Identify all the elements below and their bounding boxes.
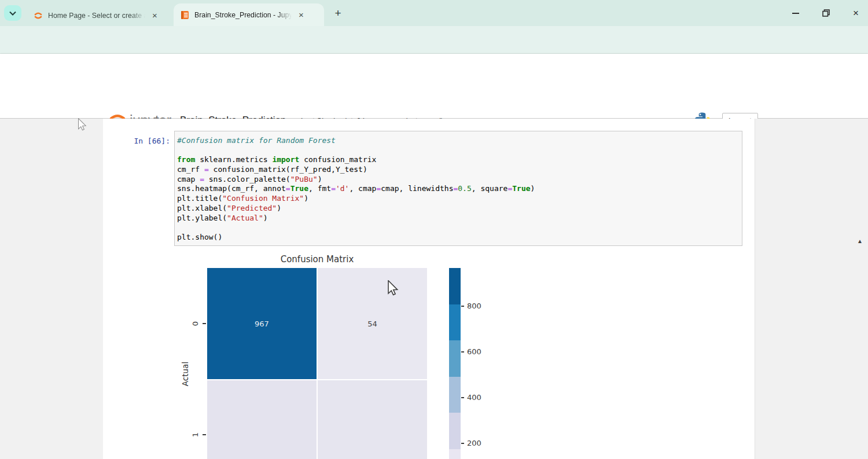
tab-title: Home Page - Select or create a — [48, 12, 145, 20]
code-editor[interactable]: #Confusion matrix for Random Forest from… — [177, 136, 740, 243]
colorbar-tick-label-200: 200 — [467, 439, 481, 447]
browser-tab-strip: Home Page - Select or create a × Brain_S… — [0, 0, 868, 26]
tab-title: Brain_Stroke_Prediction - Jupyte — [194, 11, 292, 19]
tab-notebook[interactable]: Brain_Stroke_Prediction - Jupyte × — [174, 3, 324, 26]
notebook-container: In [66]: #Confusion matrix for Random Fo… — [103, 119, 755, 459]
jupyter-rings-icon — [34, 11, 43, 20]
heatmap-cell-0-1: 54 — [318, 268, 427, 379]
browser-toolbar: ← → localhost:8888/notebooks/Brain_Strok… — [0, 26, 868, 54]
heatmap-cell-0-0: 967 — [207, 268, 317, 379]
mouse-cursor-secondary — [77, 118, 87, 131]
ytick-label-1: 1 — [191, 430, 200, 439]
code-line-6: plt.title("Confusion Matrix") — [177, 194, 740, 204]
colorbar-tick-mark — [461, 397, 464, 398]
tab-search-button[interactable] — [4, 5, 21, 21]
code-line-1 — [177, 146, 740, 156]
heatmap: 96754 — [207, 268, 427, 459]
colorbar-segment-2 — [449, 340, 461, 377]
colorbar — [449, 268, 461, 459]
code-line-10: plt.show() — [177, 233, 740, 243]
heatmap-cell-1-1 — [318, 380, 427, 459]
heatmap-yticks: 01 — [191, 268, 206, 459]
tab-home-page[interactable]: Home Page - Select or create a × — [27, 5, 172, 26]
colorbar-segment-1 — [449, 304, 461, 341]
code-line-3: cm_rf = confusion_matrix(rf_Y_pred,Y_tes… — [177, 165, 740, 175]
code-line-2: from sklearn.metrics import confusion_ma… — [177, 155, 740, 165]
colorbar-tick-label-800: 800 — [467, 302, 481, 310]
colorbar-tick-mark — [461, 351, 464, 352]
code-line-4: cmap = sns.color_palette("PuBu") — [177, 175, 740, 185]
code-line-0: #Confusion matrix for Random Forest — [177, 136, 740, 146]
notebook-book-icon — [181, 10, 189, 20]
jupyter-header: jupyter Brain_Stroke_Prediction Last Che… — [0, 54, 868, 119]
window-close-button[interactable]: × — [844, 0, 867, 26]
colorbar-segment-4 — [449, 413, 461, 449]
plot-title: Confusion Matrix — [248, 254, 387, 265]
mouse-cursor — [387, 280, 399, 296]
tab-close-icon[interactable]: × — [297, 10, 306, 20]
restore-icon — [822, 9, 830, 17]
screen: Home Page - Select or create a × Brain_S… — [0, 0, 868, 459]
plot-ylabel: Actual — [181, 351, 190, 397]
colorbar-segment-3 — [449, 377, 461, 413]
code-line-5: sns.heatmap(cm_rf, annot=True, fmt='d', … — [177, 184, 740, 194]
tab-close-icon[interactable]: × — [150, 10, 159, 20]
code-line-9 — [177, 223, 740, 233]
colorbar-tick-label-400: 400 — [467, 393, 481, 402]
colorbar-ticks: 800600400200 — [461, 268, 496, 459]
ytick-label-0: 0 — [191, 319, 200, 328]
colorbar-tick-label-600: 600 — [467, 347, 481, 356]
code-line-8: plt.ylabel("Actual") — [177, 214, 740, 223]
cell-prompt: In [66]: — [126, 137, 170, 145]
colorbar-tick-mark — [461, 306, 464, 307]
new-tab-button[interactable]: + — [330, 6, 345, 21]
code-line-7: plt.xlabel("Predicted") — [177, 204, 740, 214]
notebook-scroll-area[interactable]: In [66]: #Confusion matrix for Random Fo… — [0, 119, 868, 459]
scroll-up-arrow-icon[interactable]: ▲ — [857, 238, 863, 244]
window-minimize-button[interactable] — [784, 0, 807, 26]
ytick-mark — [203, 323, 206, 324]
colorbar-segment-0 — [449, 268, 461, 304]
heatmap-cell-1-0 — [207, 380, 317, 459]
chevron-down-icon — [9, 11, 16, 16]
colorbar-tick-mark — [461, 443, 464, 444]
ytick-mark — [203, 434, 206, 435]
colorbar-segment-5 — [449, 449, 461, 459]
window-restore-button[interactable] — [814, 0, 837, 26]
